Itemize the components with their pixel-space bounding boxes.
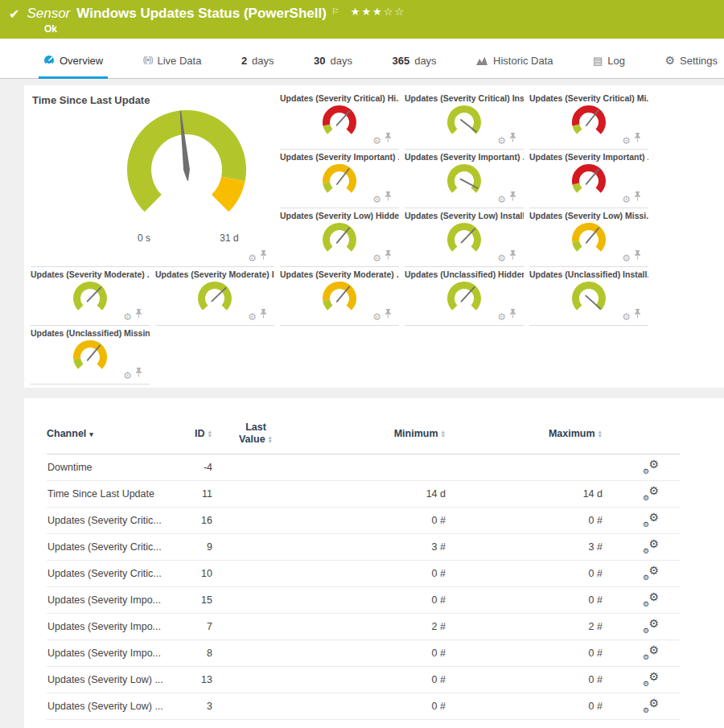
gauge-settings-gear-icon[interactable]: ⚙ [622, 195, 631, 204]
channel-settings-gears-icon[interactable]: ⚙⚙ [643, 566, 659, 579]
channel-name-cell[interactable]: Time Since Last Update [47, 488, 167, 500]
channel-name-cell[interactable]: Updates (Severity Critic... [47, 568, 167, 579]
gauge-settings-gear-icon[interactable]: ⚙ [497, 195, 506, 204]
pin-icon[interactable] [385, 249, 392, 263]
tab-log[interactable]: ▤Log [588, 39, 630, 79]
tab-label: Historic Data [493, 55, 553, 67]
channel-settings-gears-icon[interactable]: ⚙⚙ [643, 513, 659, 526]
gauge-chart [439, 162, 489, 199]
pin-icon[interactable] [385, 131, 392, 146]
column-header-last-value[interactable]: Last Value▲▼ [216, 422, 296, 446]
gauge-panel[interactable]: Updates (Severity Low) Hidden⚙ [280, 208, 399, 267]
minimum-cell: 0 # [296, 648, 449, 659]
tab-bar: Overview((•))Live Data2days30days365days… [0, 39, 724, 79]
gauge-panel[interactable]: Updates (Unclassified) Missing⚙ [31, 326, 150, 385]
channel-settings-gears-icon[interactable]: ⚙⚙ [643, 593, 659, 606]
star-filled-icon[interactable]: ★ [372, 6, 384, 18]
tab-historic-data[interactable]: Historic Data [471, 39, 557, 79]
tab-365-days[interactable]: 365days [387, 39, 441, 79]
column-header-id[interactable]: ID▲▼ [167, 428, 216, 439]
gauge-panel[interactable]: Updates (Severity Moderate) ...⚙ [280, 267, 399, 326]
channel-settings-gears-icon[interactable]: ⚙⚙ [643, 646, 659, 659]
gauge-panel[interactable]: Updates (Severity Important) ...⚙ [405, 150, 524, 208]
channel-settings-gears-icon[interactable]: ⚙⚙ [643, 672, 659, 685]
channel-name-cell[interactable]: Downtime [47, 462, 167, 473]
tab-2-days[interactable]: 2days [237, 39, 279, 79]
gauge-title: Updates (Unclassified) Hidden [405, 267, 524, 279]
channel-settings-gears-icon[interactable]: ⚙⚙ [643, 487, 659, 500]
pin-icon[interactable] [260, 307, 267, 322]
column-header-channel[interactable]: Channel▾ [47, 428, 167, 439]
star-filled-icon[interactable]: ★ [351, 6, 362, 18]
channel-name-cell[interactable]: Updates (Severity Low) ... [47, 701, 167, 712]
gauge-settings-gear-icon[interactable]: ⚙ [497, 312, 506, 322]
channel-settings-gears-icon[interactable]: ⚙⚙ [643, 619, 659, 632]
gauge-panel[interactable]: Updates (Severity Low) Missi...⚙ [529, 208, 648, 267]
channel-name-cell[interactable]: Updates (Severity Critic... [47, 515, 167, 526]
star-empty-icon[interactable]: ☆ [384, 6, 395, 18]
gauge-panel[interactable]: Updates (Severity Moderate) I...⚙ [155, 267, 274, 326]
pin-icon[interactable] [135, 366, 142, 380]
channel-settings-gears-icon[interactable]: ⚙⚙ [643, 699, 659, 712]
gauge-settings-gear-icon[interactable]: ⚙ [123, 312, 132, 322]
gauge-settings-gear-icon[interactable]: ⚙ [248, 253, 257, 263]
channel-settings-gears-icon[interactable]: ⚙⚙ [643, 460, 659, 473]
pin-icon[interactable] [509, 249, 516, 263]
gauge-title: Updates (Severity Important) ... [529, 150, 648, 162]
tab-live-data[interactable]: ((•))Live Data [138, 39, 207, 79]
gauge-panel[interactable]: Updates (Severity Critical) Mi...⚙ [529, 91, 648, 150]
channel-name-cell[interactable]: Updates (Severity Critic... [47, 541, 167, 553]
pin-icon[interactable] [135, 307, 142, 322]
tab-overview[interactable]: Overview [39, 39, 108, 79]
gauge-settings-gear-icon[interactable]: ⚙ [372, 195, 381, 204]
gauge-settings-gear-icon[interactable]: ⚙ [497, 253, 506, 263]
gauge-settings-gear-icon[interactable]: ⚙ [622, 312, 631, 322]
star-filled-icon[interactable]: ★ [361, 6, 372, 18]
pin-icon[interactable] [385, 307, 392, 322]
gauge-chart [65, 280, 115, 317]
gauge-title: Updates (Severity Moderate) ... [280, 267, 399, 279]
tab-30-days[interactable]: 30days [309, 39, 357, 79]
gauge-settings-gear-icon[interactable]: ⚙ [622, 253, 631, 263]
pin-icon[interactable] [385, 190, 392, 204]
column-header-maximum[interactable]: Maximum▲▼ [449, 428, 606, 439]
channel-name-cell[interactable]: Updates (Severity Low) ... [47, 674, 167, 685]
column-header-minimum[interactable]: Minimum▲▼ [296, 428, 449, 439]
gauge-settings-gear-icon[interactable]: ⚙ [372, 136, 381, 146]
pin-icon[interactable] [634, 190, 641, 204]
gauge-settings-gear-icon[interactable]: ⚙ [248, 312, 257, 322]
gauge-panel[interactable]: Updates (Severity Moderate) ...⚙ [31, 267, 150, 326]
gauge-panel[interactable]: Updates (Unclassified) Install...⚙ [529, 267, 648, 326]
gauge-panel[interactable]: Updates (Severity Important) ...⚙ [529, 150, 648, 208]
gauge-settings-gear-icon[interactable]: ⚙ [372, 312, 381, 322]
pin-icon[interactable] [260, 249, 267, 263]
gauge-settings-gear-icon[interactable]: ⚙ [497, 136, 506, 146]
pin-icon[interactable] [634, 249, 641, 263]
channel-name-cell[interactable]: Updates (Severity Impo... [47, 648, 167, 659]
gauge-panel[interactable]: Updates (Severity Low) Install...⚙ [405, 208, 524, 267]
gauge-settings-gear-icon[interactable]: ⚙ [622, 136, 631, 146]
gauge-panel[interactable]: Updates (Severity Critical) Hi...⚙ [280, 91, 399, 150]
gauge-panel[interactable]: Updates (Unclassified) Hidden⚙ [405, 267, 524, 326]
gauge-panel[interactable]: Updates (Severity Important) ...⚙ [280, 150, 399, 208]
tab-settings[interactable]: ⚙Settings [660, 39, 722, 79]
gauge-panel[interactable]: Updates (Severity Critical) Ins...⚙ [405, 91, 524, 150]
channel-name-cell[interactable]: Updates (Severity Impo... [47, 621, 167, 632]
pin-icon[interactable] [509, 307, 516, 322]
gauge-settings-gear-icon[interactable]: ⚙ [123, 371, 132, 380]
priority-stars[interactable]: ★★★☆☆ [351, 6, 405, 18]
gauge-chart [190, 280, 240, 317]
pin-icon[interactable] [634, 131, 641, 146]
gauge-chart [564, 162, 614, 199]
gauge-settings-gear-icon[interactable]: ⚙ [372, 253, 381, 263]
pin-icon[interactable] [509, 190, 516, 204]
channel-name-cell[interactable]: Updates (Severity Impo... [47, 594, 167, 606]
channel-settings-cell: ⚙⚙ [606, 460, 680, 475]
pin-icon[interactable] [634, 307, 641, 322]
maximum-cell: 2 # [449, 621, 606, 632]
star-empty-icon[interactable]: ☆ [394, 6, 405, 18]
channel-settings-gears-icon[interactable]: ⚙⚙ [643, 540, 659, 553]
flag-icon[interactable]: ⚐ [331, 6, 339, 17]
big-gauge-panel[interactable]: Time Since Last Update 0 s 31 d ⚙ [31, 91, 274, 267]
pin-icon[interactable] [509, 131, 516, 146]
